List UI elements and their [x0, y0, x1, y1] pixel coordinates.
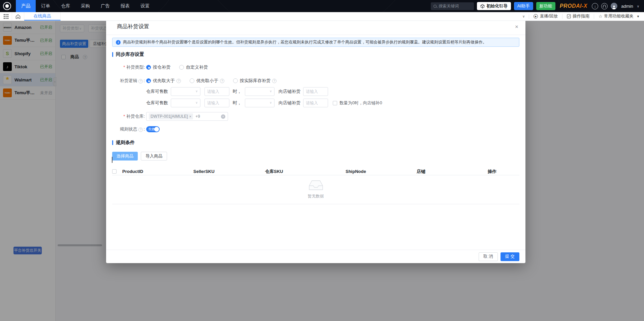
- menu-item-products[interactable]: 产品: [16, 0, 36, 12]
- operation-guide-link[interactable]: 操作指南: [562, 13, 594, 19]
- label-text: 规则状态: [120, 127, 137, 132]
- global-search[interactable]: [431, 2, 474, 10]
- stock-condition-row-1: 仓库可售数 ∨ 时， ∨ 向店铺补货: [112, 87, 519, 96]
- radio-by-actual-stock[interactable]: 按实际库存补货?: [233, 78, 277, 84]
- favorites-link[interactable]: ☆ 常用功能收藏夹 ▼: [594, 13, 644, 19]
- user-avatar[interactable]: [611, 3, 617, 9]
- action-select-1[interactable]: ∨: [245, 87, 275, 96]
- table-empty-state: 暂无数据: [112, 175, 519, 204]
- user-menu-chevron-icon[interactable]: ∨: [637, 4, 639, 8]
- app-logo-icon[interactable]: [3, 2, 11, 10]
- headset-support-icon[interactable]: [601, 3, 608, 9]
- chevron-down-icon: ∨: [195, 90, 198, 93]
- warehouse-multiselect[interactable]: DWTP-001[AIMULE]× +9 ×: [146, 112, 228, 121]
- tabbar-quick-links: ∨ ▶ 直播/回放 操作指南 ☆ 常用功能收藏夹 ▼: [518, 12, 644, 21]
- column-header-sellersku: SellerSKU: [193, 169, 265, 174]
- toggle-on-label: 生效: [148, 126, 155, 132]
- qty-threshold-input-2[interactable]: [204, 99, 229, 107]
- warehouse-tag: DWTP-001[AIMULE]×: [149, 113, 193, 119]
- help-icon[interactable]: ?: [176, 79, 181, 83]
- radio-icon[interactable]: [190, 78, 194, 83]
- shop-replenish-qty-input-1[interactable]: [303, 87, 328, 96]
- sellable-qty-label: 仓库可售数: [146, 100, 168, 106]
- collapse-chevron-icon[interactable]: ∨: [518, 14, 529, 18]
- decor-wave: [189, 0, 424, 12]
- rule-status-toggle[interactable]: 生效: [146, 126, 160, 132]
- remove-tag-icon[interactable]: ×: [189, 114, 191, 118]
- submit-button[interactable]: 提 交: [501, 252, 519, 261]
- tab-bar: 在线商品 ∨ ▶ 直播/回放 操作指南 ☆ 常用功能收藏夹 ▼: [0, 12, 644, 21]
- menu-item-orders[interactable]: 订单: [36, 0, 56, 12]
- zero-qty-checkbox-label: 数量为0时，向店铺补0: [340, 100, 382, 106]
- menu-item-ads[interactable]: 广告: [95, 0, 115, 12]
- document-icon: [567, 14, 571, 19]
- empty-inbox-icon: [308, 179, 324, 191]
- replenish-logic-label: 补货逻辑?:: [112, 78, 145, 84]
- radio-prefer-greater[interactable]: 优先取大于?: [146, 78, 181, 84]
- dialog-body: i 商品补货规则和单个商品补货设置哪个是后设置的则哪个生效。但补货规则是异步执行…: [106, 35, 525, 250]
- column-header-shipnode: ShipNode: [346, 169, 417, 174]
- clear-all-icon[interactable]: ×: [221, 114, 225, 119]
- radio-selected-icon[interactable]: [146, 65, 151, 70]
- label-text: 补货类型: [126, 65, 143, 70]
- apps-grid-button[interactable]: [0, 12, 12, 21]
- colon: :: [143, 65, 145, 70]
- more-tags-count: +9: [195, 114, 200, 119]
- rule-status-row: 规则状态?: 生效: [112, 126, 519, 132]
- headset-glyph: [603, 4, 606, 8]
- replenish-warehouse-row: *补货仓库: DWTP-001[AIMULE]× +9 ×: [112, 112, 519, 121]
- live-replay-link[interactable]: ▶ 直播/回放: [529, 13, 562, 19]
- required-mark: *: [123, 65, 125, 70]
- help-icon[interactable]: ?: [272, 79, 277, 83]
- zero-qty-checkbox-row[interactable]: 数量为0时，向店铺补0: [333, 100, 382, 106]
- zero-qty-checkbox[interactable]: [333, 101, 337, 105]
- download-icon[interactable]: ↓: [592, 3, 598, 9]
- new-feature-button[interactable]: 新功能: [536, 2, 556, 10]
- compare-operator-select-1[interactable]: ∨: [171, 87, 200, 96]
- help-icon[interactable]: ?: [138, 79, 143, 83]
- tab-online-products[interactable]: 在线商品: [24, 12, 61, 21]
- table-select-all-checkbox[interactable]: [112, 169, 117, 174]
- action-select-2[interactable]: ∨: [245, 99, 275, 107]
- menu-item-warehouse[interactable]: 仓库: [56, 0, 75, 12]
- empty-state-text: 暂无数据: [308, 193, 324, 199]
- grid-icon: [4, 14, 8, 19]
- product-buttons-row: 选择商品 导入商品: [112, 152, 519, 160]
- dialog-header: 商品补货设置 ×: [106, 19, 525, 35]
- compare-operator-select-2[interactable]: ∨: [171, 99, 200, 107]
- live-replay-label: 直播/回放: [540, 13, 557, 19]
- qty-threshold-input-1[interactable]: [204, 87, 229, 96]
- to-shop-label: 向店铺补货: [279, 88, 300, 95]
- username[interactable]: admin: [621, 4, 633, 9]
- menu-item-reports[interactable]: 报表: [115, 0, 135, 12]
- shop-replenish-qty-input-2[interactable]: [303, 99, 328, 107]
- home-button[interactable]: [12, 12, 24, 21]
- section-rule-conditions: 规则条件: [112, 140, 519, 146]
- radio-label: 按实际库存补货: [240, 78, 270, 84]
- radio-label: 自定义补货: [186, 64, 208, 70]
- radio-icon[interactable]: [233, 78, 238, 83]
- init-guide-button[interactable]: 初始化引导: [477, 2, 511, 10]
- radio-by-warehouse[interactable]: 按仓补货: [146, 64, 170, 70]
- menu-item-settings[interactable]: 设置: [135, 0, 155, 12]
- column-header-productid: ProductID: [122, 169, 193, 174]
- radio-icon[interactable]: [179, 65, 184, 70]
- help-icon[interactable]: ?: [138, 128, 143, 132]
- import-product-button[interactable]: 导入商品: [141, 152, 167, 160]
- radio-custom[interactable]: 自定义补货: [179, 64, 208, 70]
- close-icon[interactable]: ×: [513, 24, 520, 30]
- colon: :: [143, 78, 145, 83]
- select-product-button[interactable]: 选择商品: [112, 152, 138, 160]
- navbar-right-cluster: 初始化引导 AI助手 新功能 PRODAI-X ↓ admin ∨: [431, 2, 644, 10]
- caret-down-icon: ▼: [637, 15, 640, 18]
- sellable-qty-label: 仓库可售数: [146, 88, 168, 95]
- menu-item-purchase[interactable]: 采购: [75, 0, 95, 12]
- cancel-button[interactable]: 取 消: [479, 252, 497, 261]
- column-header-warehouse-sku: 仓库SKU: [265, 169, 346, 175]
- help-icon[interactable]: ?: [220, 79, 224, 83]
- label-text: 补货仓库: [126, 114, 143, 119]
- search-input[interactable]: [439, 4, 469, 8]
- ai-assistant-button[interactable]: AI助手: [514, 2, 533, 10]
- radio-prefer-smaller[interactable]: 优先取小于?: [190, 78, 224, 84]
- radio-selected-icon[interactable]: [146, 78, 151, 83]
